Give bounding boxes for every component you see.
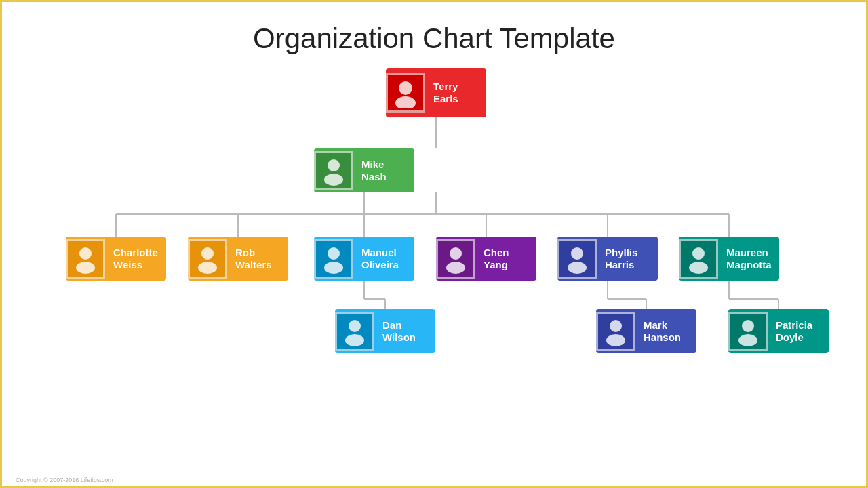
svg-point-35 — [349, 320, 361, 332]
node-rob-walters: Rob Walters — [188, 237, 288, 281]
node-chen-yang: Chen Yang — [436, 237, 536, 281]
svg-point-31 — [571, 247, 583, 260]
node-terry-earls: Terry Earls — [386, 68, 486, 117]
node-mike-nash: Mike Nash — [314, 148, 414, 192]
svg-point-40 — [738, 334, 757, 346]
svg-point-32 — [568, 262, 587, 274]
node-phyllis-harris: Phyllis Harris — [557, 237, 658, 281]
svg-point-22 — [324, 174, 343, 186]
svg-point-26 — [198, 262, 217, 274]
svg-point-36 — [345, 334, 364, 346]
page-title: Organization Chart Template — [2, 2, 866, 68]
node-charlotte-weiss: Charlotte Weiss — [66, 237, 166, 281]
svg-point-37 — [610, 320, 622, 332]
watermark: Copyright © 2007-2016 Lifetips.com — [16, 476, 113, 483]
svg-point-28 — [324, 262, 343, 274]
node-manuel-oliveira: Manuel Oliveira — [314, 237, 414, 281]
node-maureen-magnotta: Maureen Magnotta — [679, 237, 779, 281]
svg-point-29 — [450, 247, 462, 260]
node-patricia-doyle: Patricia Doyle — [728, 309, 829, 353]
svg-point-30 — [446, 262, 465, 274]
svg-point-21 — [328, 159, 340, 171]
svg-point-38 — [606, 334, 625, 346]
svg-point-25 — [201, 247, 214, 260]
svg-point-34 — [689, 262, 708, 274]
node-dan-wilson: Dan Wilson — [335, 309, 435, 353]
svg-point-20 — [395, 96, 416, 108]
node-mark-hanson: Mark Hanson — [596, 309, 696, 353]
svg-point-39 — [742, 320, 754, 332]
svg-point-27 — [328, 247, 340, 260]
svg-point-33 — [692, 247, 705, 260]
svg-point-23 — [79, 247, 92, 260]
svg-point-19 — [399, 81, 412, 95]
svg-point-24 — [76, 262, 95, 274]
